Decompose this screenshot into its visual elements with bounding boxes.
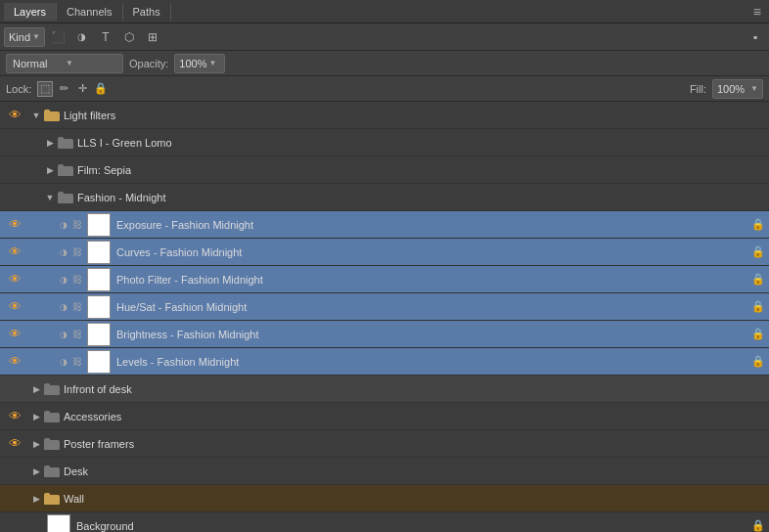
layer-row[interactable]: 👁 ◑ ⛓ Exposure - Fashion Midnight 🔒 bbox=[0, 211, 769, 239]
visibility-icon[interactable]: 👁 bbox=[4, 351, 25, 373]
layer-name: Photo Filter - Fashion Midnight bbox=[113, 274, 751, 286]
visibility-icon[interactable]: 👁 bbox=[4, 159, 25, 181]
layer-name: Levels - Fashion Midnight bbox=[113, 356, 751, 368]
expand-arrow[interactable]: ▶ bbox=[29, 410, 43, 423]
layer-row[interactable]: 👁 ◑ ⛓ Hue/Sat - Fashion Midnight 🔒 bbox=[0, 293, 769, 321]
layer-thumbnail bbox=[87, 268, 111, 291]
lock-icon: 🔒 bbox=[751, 519, 765, 533]
folder-icon bbox=[43, 437, 61, 451]
adjustment-icon: ◑ bbox=[57, 328, 70, 341]
opacity-label: Opacity: bbox=[129, 58, 168, 69]
adjustment-icon: ◑ bbox=[57, 300, 70, 314]
visibility-icon[interactable]: 👁 bbox=[4, 242, 25, 263]
folder-icon bbox=[43, 109, 61, 122]
expand-arrow[interactable]: ▶ bbox=[43, 136, 57, 150]
lock-icon: 🔒 bbox=[751, 273, 765, 287]
expand-arrow[interactable]: ▶ bbox=[29, 465, 43, 478]
visibility-icon[interactable]: 👁 bbox=[4, 406, 25, 427]
lock-position-icon[interactable]: ✛ bbox=[74, 81, 90, 97]
tab-paths[interactable]: Paths bbox=[123, 3, 171, 21]
layer-row[interactable]: 👁 Background 🔒 bbox=[0, 512, 769, 532]
layer-name: Light filters bbox=[61, 110, 765, 121]
lock-all-icon[interactable]: 🔒 bbox=[93, 81, 109, 97]
fill-input[interactable]: 100% ▼ bbox=[712, 79, 763, 99]
layer-name: Curves - Fashion Midnight bbox=[113, 246, 751, 258]
layer-row[interactable]: 👁 ▼ Fashion - Midnight bbox=[0, 184, 769, 211]
layer-row[interactable]: 👁 ◑ ⛓ Curves - Fashion Midnight 🔒 bbox=[0, 239, 769, 266]
filter-toggle-icon[interactable]: ▪ bbox=[746, 27, 765, 47]
layer-row[interactable]: 👁 ◑ ⛓ Levels - Fashion Midnight 🔒 bbox=[0, 348, 769, 376]
folder-icon bbox=[43, 382, 61, 396]
lock-image-icon[interactable]: ✏ bbox=[56, 81, 71, 97]
panel: Layers Channels Paths ≡ Kind ▼ ⬛ ◑ T ⬡ ⊞… bbox=[0, 0, 769, 532]
expand-arrow[interactable]: ▶ bbox=[43, 163, 57, 177]
opacity-input[interactable]: 100% ▼ bbox=[174, 54, 225, 73]
visibility-icon[interactable]: 👁 bbox=[4, 433, 25, 455]
layer-name: Fashion - Midnight bbox=[74, 192, 765, 203]
layer-row[interactable]: 👁 ▶ Infront of desk bbox=[0, 376, 769, 403]
fill-value-text: 100% bbox=[717, 83, 748, 95]
kind-select[interactable]: Kind ▼ bbox=[4, 27, 45, 47]
visibility-icon[interactable]: 👁 bbox=[4, 269, 25, 290]
blend-mode-select[interactable]: Normal ▼ bbox=[6, 54, 123, 73]
folder-icon bbox=[57, 191, 74, 204]
lock-icons: ⬚ ✏ ✛ 🔒 bbox=[37, 81, 109, 97]
folder-icon bbox=[43, 465, 61, 478]
visibility-icon[interactable]: 👁 bbox=[4, 296, 25, 318]
visibility-icon[interactable]: 👁 bbox=[4, 187, 25, 208]
panel-menu-icon[interactable]: ≡ bbox=[749, 4, 765, 20]
layer-row[interactable]: 👁 ▶ Accessories bbox=[0, 403, 769, 430]
layer-row[interactable]: 👁 ▶ LLS I - Green Lomo bbox=[0, 129, 769, 156]
folder-icon bbox=[43, 410, 61, 423]
expand-arrow[interactable]: ▼ bbox=[43, 191, 57, 204]
filter-shape-icon[interactable]: ⬡ bbox=[119, 27, 139, 47]
filter-pixel-icon[interactable]: ⬛ bbox=[49, 27, 68, 47]
expand-arrow[interactable]: ▶ bbox=[29, 437, 43, 451]
layers-list[interactable]: 👁 ▼ Light filters 👁 ▶ LLS I - Green Lomo… bbox=[0, 102, 769, 532]
folder-icon bbox=[57, 163, 74, 177]
lock-icon: 🔒 bbox=[751, 300, 765, 314]
lock-pixels-icon[interactable]: ⬚ bbox=[37, 81, 53, 97]
toolbar-row1: Kind ▼ ⬛ ◑ T ⬡ ⊞ ▪ bbox=[0, 23, 769, 51]
layer-row[interactable]: 👁 ◑ ⛓ Photo Filter - Fashion Midnight 🔒 bbox=[0, 266, 769, 293]
layer-name: Exposure - Fashion Midnight bbox=[113, 219, 751, 231]
layer-row[interactable]: 👁 ▶ Poster framers bbox=[0, 430, 769, 458]
blend-arrow: ▼ bbox=[66, 59, 116, 67]
chain-icon: ⛓ bbox=[70, 300, 84, 314]
layer-name: Accessories bbox=[61, 411, 765, 422]
tab-layers[interactable]: Layers bbox=[4, 3, 57, 21]
expand-arrow[interactable]: ▶ bbox=[29, 492, 43, 506]
layer-name: Background bbox=[73, 520, 751, 532]
adjustment-icon: ◑ bbox=[57, 245, 70, 259]
filter-smart-icon[interactable]: ⊞ bbox=[143, 27, 162, 47]
visibility-icon[interactable]: 👁 bbox=[4, 324, 25, 345]
layer-row[interactable]: 👁 ▼ Light filters bbox=[0, 102, 769, 129]
visibility-icon[interactable]: 👁 bbox=[4, 214, 25, 236]
visibility-icon[interactable]: 👁 bbox=[4, 461, 25, 482]
layer-row[interactable]: 👁 ◑ ⛓ Brightness - Fashion Midnight 🔒 bbox=[0, 321, 769, 348]
lock-icon: 🔒 bbox=[751, 245, 765, 259]
chain-icon: ⛓ bbox=[70, 328, 84, 341]
layer-row[interactable]: 👁 ▶ Film: Sepia bbox=[0, 156, 769, 184]
layer-row[interactable]: 👁 ▶ Wall bbox=[0, 485, 769, 512]
filter-type-icon[interactable]: T bbox=[96, 27, 115, 47]
layer-name: Wall bbox=[61, 493, 765, 505]
expand-arrow[interactable]: ▼ bbox=[29, 109, 43, 122]
filter-adjust-icon[interactable]: ◑ bbox=[72, 27, 92, 47]
visibility-icon[interactable]: 👁 bbox=[4, 105, 25, 126]
adjustment-icon: ◑ bbox=[57, 273, 70, 287]
visibility-icon[interactable]: 👁 bbox=[4, 378, 25, 400]
layer-row[interactable]: 👁 ▶ Desk bbox=[0, 458, 769, 485]
folder-icon bbox=[57, 136, 74, 150]
fill-arrow: ▼ bbox=[750, 84, 758, 93]
layer-name: Brightness - Fashion Midnight bbox=[113, 329, 751, 340]
lock-icon: 🔒 bbox=[751, 355, 765, 369]
tab-channels[interactable]: Channels bbox=[57, 3, 122, 21]
lock-label: Lock: bbox=[6, 83, 31, 95]
visibility-icon[interactable]: 👁 bbox=[4, 132, 25, 154]
layer-thumbnail bbox=[87, 323, 111, 346]
expand-arrow[interactable]: ▶ bbox=[29, 382, 43, 396]
layer-thumbnail bbox=[87, 350, 111, 374]
visibility-icon[interactable]: 👁 bbox=[4, 515, 25, 533]
visibility-icon[interactable]: 👁 bbox=[4, 488, 25, 510]
